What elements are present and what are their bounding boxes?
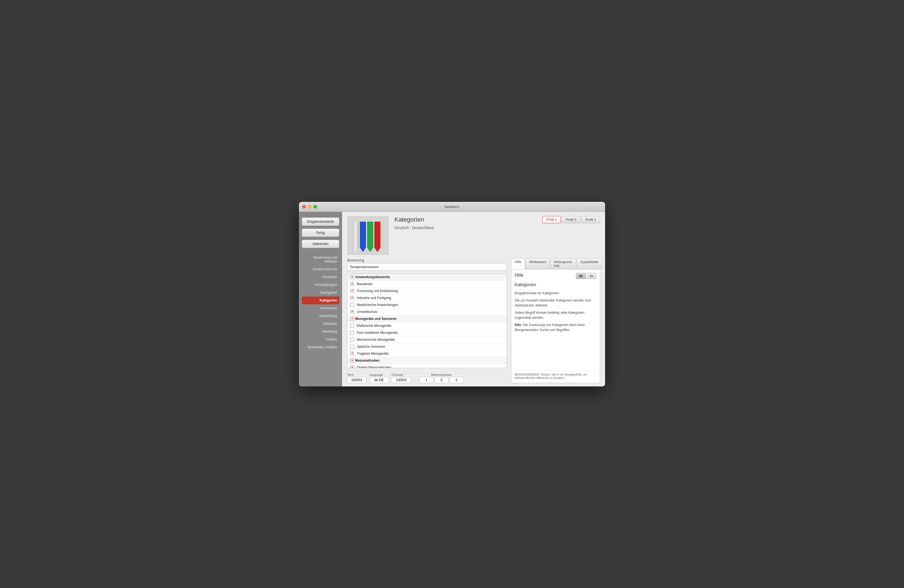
checkbox-industrie[interactable] bbox=[350, 296, 354, 300]
tab-zusatzfelder[interactable]: Zusatzfelder bbox=[577, 258, 602, 269]
bookmark-blue bbox=[360, 221, 366, 252]
checkbox-cell[interactable] bbox=[349, 330, 355, 335]
maximize-button[interactable] bbox=[313, 205, 317, 209]
checkbox-cell[interactable] bbox=[349, 296, 355, 300]
checkbox-cell[interactable] bbox=[349, 316, 355, 321]
help-lang-buttons: de en bbox=[576, 273, 596, 279]
checkbox-cell[interactable] bbox=[349, 351, 355, 356]
checkbox-forschung[interactable] bbox=[350, 289, 354, 293]
sidebar-item-infobox[interactable]: InfoBox bbox=[302, 335, 339, 343]
main-content: Kategorien Deutsch - Deutschland Profil … bbox=[342, 212, 605, 386]
checkbox-cell[interactable] bbox=[349, 281, 355, 286]
checkbox-cell[interactable] bbox=[349, 275, 355, 280]
help-text-2: Die zur Auswahl stehenden Kategorien wer… bbox=[515, 298, 596, 308]
checkbox-direkt[interactable] bbox=[350, 365, 354, 368]
term-field-group: Term bbox=[347, 373, 367, 383]
tab-hintergrund[interactable]: Hintergrund-Info bbox=[550, 258, 576, 269]
concept-field-group: Concept bbox=[392, 373, 411, 383]
term-input[interactable] bbox=[347, 377, 367, 383]
window-body: Eingabestandards Fertig Abbrechen Benenn… bbox=[299, 212, 605, 386]
sidebar-nav: Benennung und Attribute Kontext und Info… bbox=[302, 254, 339, 351]
info-label: Info: bbox=[515, 323, 522, 327]
metamorphose-inputs bbox=[419, 377, 463, 383]
sidebar-item-definition[interactable]: Definition bbox=[302, 320, 339, 328]
list-item: . Fest installierte Messgeräte bbox=[347, 329, 507, 336]
bookmarks-area bbox=[347, 216, 389, 255]
eingabestandards-button[interactable]: Eingabestandards bbox=[302, 217, 339, 226]
minimize-button[interactable] bbox=[308, 205, 311, 209]
checkbox-cell[interactable] bbox=[349, 288, 355, 294]
traffic-lights bbox=[302, 205, 317, 209]
checkbox-cell[interactable] bbox=[349, 358, 355, 363]
term-label: Term bbox=[347, 373, 367, 376]
sidebar-item-benennung[interactable]: Benennung und Attribute bbox=[302, 254, 339, 266]
form-panel: Benennung Anwendungsbereiche . bbox=[347, 258, 507, 383]
sidebar-item-homonyme[interactable]: Homonyme bbox=[302, 304, 339, 312]
sidebar-item-verknuepfungen[interactable]: Verknüpfungen bbox=[302, 281, 339, 289]
bookmark-red bbox=[375, 221, 381, 252]
page-subtitle: Deutsch - Deutschland bbox=[394, 226, 542, 230]
sidebar-item-kategorien[interactable]: Kategorien bbox=[302, 297, 339, 304]
list-item: . Mechanische Messgeräte bbox=[347, 336, 507, 343]
content-panels: Benennung Anwendungsbereiche . bbox=[347, 258, 600, 383]
checkbox-cell[interactable] bbox=[349, 302, 355, 307]
checkbox-cell[interactable] bbox=[349, 309, 355, 315]
profile-tab-1[interactable]: Profil 1 bbox=[542, 216, 561, 223]
benennung-label: Benennung bbox=[347, 258, 507, 262]
sidebar: Eingabestandards Fertig Abbrechen Benenn… bbox=[299, 212, 342, 386]
page-title: Kategorien bbox=[394, 216, 542, 223]
sidebar-item-abbildung[interactable]: Abbildung bbox=[302, 328, 339, 335]
checkbox-elektrisch[interactable] bbox=[350, 324, 354, 328]
checkbox-cell[interactable] bbox=[349, 344, 355, 349]
help-text-1: Eingabemaske für Kategorien. bbox=[515, 291, 596, 296]
checkbox-messmethoden[interactable] bbox=[350, 359, 354, 362]
checkbox-tragbar[interactable] bbox=[350, 352, 354, 356]
top-bar: Kategorien Deutsch - Deutschland Profil … bbox=[347, 216, 600, 255]
meta-input-1[interactable] bbox=[419, 377, 433, 383]
profile-tab-3[interactable]: Profil 3 bbox=[582, 216, 600, 223]
bookmark-green bbox=[367, 221, 373, 252]
category-list[interactable]: Anwendungsbereiche . Bauwesen . Forschun… bbox=[347, 273, 507, 368]
help-panel: Hilfe Whiteboard Hintergrund-Info Zusatz… bbox=[511, 258, 600, 383]
checkbox-umweltschutz[interactable] bbox=[350, 310, 354, 314]
checkbox-anwendungsbereiche[interactable] bbox=[350, 275, 354, 279]
checkbox-bauwesen[interactable] bbox=[350, 282, 354, 286]
help-section-title: Kategorien bbox=[515, 282, 596, 287]
checkbox-cell[interactable] bbox=[349, 323, 355, 328]
help-panel-title: Hilfe bbox=[515, 273, 523, 278]
checkbox-cell[interactable] bbox=[349, 365, 355, 368]
lang-en-button[interactable]: en bbox=[587, 273, 596, 279]
help-footer: BEDIENHINWEIS: Klicken Sie in ein Eingab… bbox=[515, 370, 596, 379]
sidebar-item-flexionen[interactable]: Flexionen bbox=[302, 273, 339, 281]
list-item: Messgeräte und Sensoren bbox=[347, 315, 507, 322]
help-tabs: Hilfe Whiteboard Hintergrund-Info Zusatz… bbox=[511, 258, 600, 269]
list-item: . Medizinische Anwendungen bbox=[347, 302, 507, 308]
benennung-input[interactable] bbox=[347, 263, 507, 270]
tab-hilfe[interactable]: Hilfe bbox=[511, 258, 525, 269]
concept-input[interactable] bbox=[392, 377, 411, 383]
profile-tab-2[interactable]: Profil 2 bbox=[562, 216, 580, 223]
meta-input-2[interactable] bbox=[435, 377, 448, 383]
close-button[interactable] bbox=[302, 205, 306, 209]
sidebar-item-kontext[interactable]: Kontext und Info bbox=[302, 266, 339, 273]
checkbox-optisch[interactable] bbox=[350, 345, 354, 349]
sidebar-item-bearbeiten[interactable]: Bearbeiten, InfoBox bbox=[302, 343, 339, 351]
list-item: . Tragbare Messgeräte bbox=[347, 350, 507, 357]
lang-de-button[interactable]: de bbox=[576, 273, 586, 279]
tab-whiteboard[interactable]: Whiteboard bbox=[525, 258, 550, 269]
meta-input-3[interactable] bbox=[449, 377, 463, 383]
checkbox-medizinisch[interactable] bbox=[350, 303, 354, 307]
sidebar-item-gewichtung[interactable]: Gewichtung bbox=[302, 312, 339, 320]
concept-label: Concept bbox=[392, 373, 411, 376]
list-item: Messmethoden bbox=[347, 357, 507, 364]
help-text-3: Jedem Begriff können beliebig viele Kate… bbox=[515, 310, 596, 320]
checkbox-messgeraete[interactable] bbox=[350, 317, 354, 321]
list-item: . Industrie und Fertigung bbox=[347, 294, 507, 302]
sidebar-item-sachgebiet[interactable]: Sachgebiet bbox=[302, 289, 339, 297]
checkbox-fest[interactable] bbox=[350, 331, 354, 335]
checkbox-mechanisch[interactable] bbox=[350, 338, 354, 341]
fertig-button[interactable]: Fertig bbox=[302, 229, 339, 237]
checkbox-cell[interactable] bbox=[349, 337, 355, 342]
language-input[interactable] bbox=[369, 377, 389, 383]
abbrechen-button[interactable]: Abbrechen bbox=[302, 240, 339, 248]
